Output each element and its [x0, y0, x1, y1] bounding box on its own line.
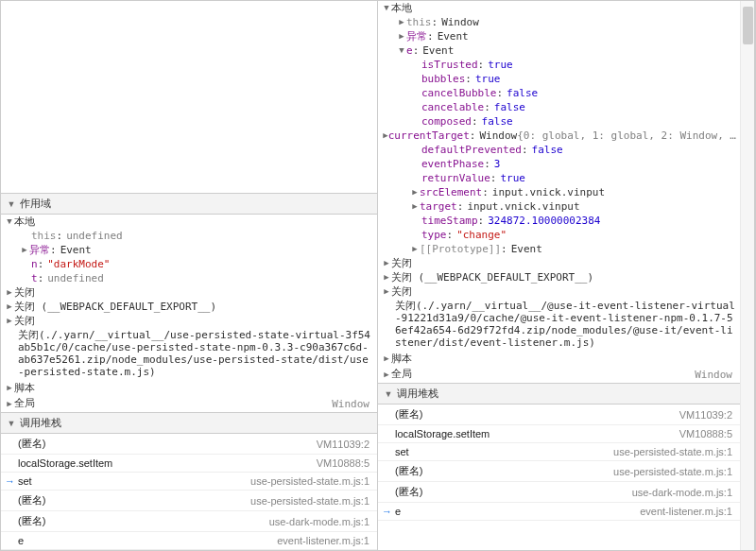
prop-bubbles[interactable]: bubbles:true — [378, 72, 740, 86]
prop-eventPhase[interactable]: eventPhase:3 — [378, 157, 740, 171]
right-pane: ▼ 本地 ▶this:Window ▶异常:Event ▼e:Event isT… — [378, 1, 755, 550]
stack-fn: (匿名) — [395, 407, 422, 422]
scope-script[interactable]: ▶脚本 — [1, 381, 377, 395]
stack-fn: set — [18, 475, 32, 487]
var-exception[interactable]: ▶异常:Event — [378, 29, 740, 43]
var-this[interactable]: ▶this:Window — [378, 15, 740, 29]
chevron-down-icon[interactable]: ▼ — [7, 199, 16, 209]
prop-isTrusted[interactable]: isTrusted:true — [378, 58, 740, 72]
chevron-right-icon[interactable]: ▶ — [382, 368, 391, 382]
stack-frame[interactable]: localStorage.setItemVM10888:5 — [1, 455, 377, 473]
callstack-title: 调用堆栈 — [397, 387, 438, 401]
prop-defaultPrevented[interactable]: defaultPrevented:false — [378, 143, 740, 157]
stack-location: use-persisted-state.m.js:1 — [613, 466, 732, 477]
stack-frame[interactable]: (匿名)VM11039:2 — [1, 434, 377, 455]
scope-closure-1[interactable]: ▶关闭 — [1, 285, 377, 300]
callstack-header[interactable]: ▼ 调用堆栈 — [1, 412, 377, 434]
var-n[interactable]: n:"darkMode" — [1, 257, 377, 271]
chevron-right-icon[interactable]: ▶ — [382, 270, 391, 284]
prop-returnValue[interactable]: returnValue:true — [378, 171, 740, 185]
stack-frame[interactable]: eevent-listener.m.js:1 — [1, 532, 377, 550]
chevron-right-icon[interactable]: ▶ — [5, 314, 14, 328]
scope-closure-2[interactable]: ▶关闭 — [378, 284, 740, 299]
scope-closure-wde[interactable]: ▶关闭 (__WEBPACK_DEFAULT_EXPORT__) — [1, 300, 377, 314]
chevron-right-icon[interactable]: ▶ — [382, 256, 391, 270]
stack-frame[interactable]: (匿名)use-dark-mode.m.js:1 — [378, 482, 740, 503]
closure-path: 关闭(./.yarn/__virtual__/@use-it-event-lis… — [378, 299, 740, 352]
stack-location: VM10888:5 — [317, 457, 369, 469]
stack-location: use-persisted-state.m.js:1 — [250, 495, 369, 507]
stack-fn: (匿名) — [395, 485, 422, 499]
stack-location: use-dark-mode.m.js:1 — [269, 516, 369, 527]
stack-frame[interactable]: eevent-listener.m.js:1 — [378, 503, 740, 521]
chevron-down-icon[interactable]: ▼ — [384, 389, 393, 399]
prop-composed[interactable]: composed:false — [378, 114, 740, 129]
stack-fn: e — [395, 506, 401, 517]
stack-fn: set — [395, 446, 409, 457]
stack-fn: localStorage.setItem — [18, 457, 112, 469]
chevron-down-icon[interactable]: ▼ — [7, 419, 16, 428]
scope-closure-wde[interactable]: ▶关闭 (__WEBPACK_DEFAULT_EXPORT__) — [378, 270, 740, 284]
prop-cancelBubble[interactable]: cancelBubble:false — [378, 86, 740, 100]
stack-location: use-dark-mode.m.js:1 — [632, 487, 732, 498]
chevron-right-icon[interactable]: ▶ — [5, 300, 14, 314]
chevron-right-icon[interactable]: ▶ — [382, 352, 391, 366]
stack-frame[interactable]: (匿名)VM11039:2 — [378, 405, 740, 425]
stack-fn: (匿名) — [395, 464, 422, 478]
chevron-right-icon[interactable]: ▶ — [5, 285, 14, 300]
stack-fn: (匿名) — [18, 493, 45, 508]
stack-frame[interactable]: (匿名)use-persisted-state.m.js:1 — [378, 461, 740, 482]
stack-location: VM11039:2 — [317, 439, 369, 450]
callstack-header[interactable]: ▼ 调用堆栈 — [378, 383, 740, 405]
scope-global[interactable]: ▶全局 Window — [378, 366, 740, 383]
prop-prototype[interactable]: ▶[[Prototype]]:Event — [378, 242, 740, 256]
scope-header[interactable]: ▼ 作用域 — [1, 193, 377, 215]
callstack-title: 调用堆栈 — [20, 416, 61, 430]
scope-closure-2[interactable]: ▶关闭 — [1, 314, 377, 328]
scrollbar-thumb[interactable] — [743, 7, 753, 44]
chevron-right-icon[interactable]: ▶ — [5, 397, 14, 411]
empty-area — [1, 1, 377, 193]
chevron-right-icon[interactable]: ▶ — [410, 185, 420, 199]
stack-frame[interactable]: (匿名)use-persisted-state.m.js:1 — [1, 491, 377, 511]
chevron-right-icon[interactable]: ▶ — [397, 15, 406, 29]
chevron-down-icon[interactable]: ▼ — [382, 1, 391, 15]
stack-frame[interactable]: (匿名)use-dark-mode.m.js:1 — [1, 511, 377, 532]
chevron-right-icon[interactable]: ▶ — [382, 284, 391, 299]
stack-frame[interactable]: localStorage.setItemVM10888:5 — [378, 425, 740, 443]
chevron-down-icon[interactable]: ▼ — [5, 215, 14, 229]
scope-local[interactable]: ▼ 本地 — [1, 215, 377, 229]
prop-timeStamp[interactable]: timeStamp:324872.10000002384 — [378, 214, 740, 228]
chevron-right-icon[interactable]: ▶ — [410, 242, 420, 256]
prop-target[interactable]: ▶target:input.vnick.vinput — [378, 199, 740, 214]
prop-currentTarget[interactable]: ▶currentTarget:Window {0: global, 1: glo… — [378, 129, 740, 143]
closure-path: 关闭(./.yarn/__virtual__/use-persisted-sta… — [1, 328, 377, 381]
prop-srcElement[interactable]: ▶srcElement:input.vnick.vinput — [378, 185, 740, 199]
stack-location: use-persisted-state.m.js:1 — [613, 446, 732, 457]
var-e[interactable]: ▼e:Event — [378, 43, 740, 58]
scope-title: 作用域 — [20, 197, 51, 211]
scope-global[interactable]: ▶全局 Window — [1, 395, 377, 412]
stack-fn: (匿名) — [18, 514, 45, 528]
var-t[interactable]: t:undefined — [1, 271, 377, 285]
stack-frame[interactable]: setuse-persisted-state.m.js:1 — [378, 443, 740, 461]
scope-local[interactable]: ▼ 本地 — [378, 1, 740, 15]
chevron-down-icon[interactable]: ▼ — [397, 43, 406, 58]
stack-location: VM10888:5 — [679, 428, 732, 439]
chevron-right-icon[interactable]: ▶ — [20, 243, 29, 257]
var-this[interactable]: this:undefined — [1, 229, 377, 243]
chevron-right-icon[interactable]: ▶ — [410, 199, 420, 214]
scope-script[interactable]: ▶脚本 — [378, 352, 740, 366]
callstack-body: (匿名)VM11039:2localStorage.setItemVM10888… — [378, 405, 740, 521]
var-exception[interactable]: ▶异常:Event — [1, 243, 377, 257]
chevron-right-icon[interactable]: ▶ — [5, 381, 14, 395]
stack-fn: localStorage.setItem — [395, 428, 490, 439]
callstack-body: (匿名)VM11039:2localStorage.setItemVM10888… — [1, 434, 377, 550]
scope-body: ▼ 本地 this:undefined ▶异常:Event n:"darkMod… — [1, 215, 377, 412]
prop-type[interactable]: type:"change" — [378, 228, 740, 242]
scope-closure-1[interactable]: ▶关闭 — [378, 256, 740, 270]
stack-frame[interactable]: setuse-persisted-state.m.js:1 — [1, 473, 377, 491]
chevron-right-icon[interactable]: ▶ — [397, 29, 406, 43]
prop-cancelable[interactable]: cancelable:false — [378, 100, 740, 114]
scrollbar[interactable] — [740, 1, 754, 550]
